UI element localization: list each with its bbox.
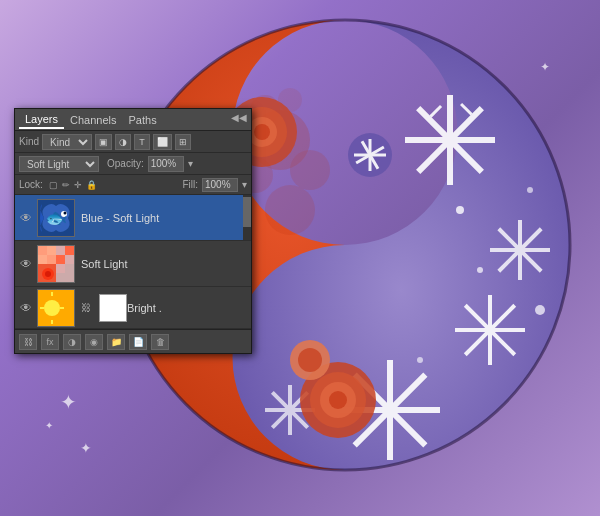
layer-mask-3	[99, 294, 127, 322]
svg-point-35	[535, 305, 545, 315]
fill-input[interactable]	[202, 178, 238, 192]
svg-point-67	[45, 271, 51, 277]
mask-button[interactable]: ◑	[63, 334, 81, 350]
layer-thumb-3	[37, 289, 75, 327]
svg-rect-64	[65, 255, 74, 264]
layer-name-1: Blue - Soft Light	[81, 212, 249, 224]
adjustment-button[interactable]: ◉	[85, 334, 103, 350]
svg-point-56	[64, 211, 67, 214]
lock-brush-icon[interactable]: ✏	[62, 180, 70, 190]
svg-point-3	[290, 150, 330, 190]
layers-panel: Layers Channels Paths ◀◀ Kind Kind ▣ ◑ T…	[14, 108, 252, 354]
eye-icon-1[interactable]: 👁	[17, 209, 35, 227]
eye-icon-3[interactable]: 👁	[17, 299, 35, 317]
icon-smart[interactable]: ⊞	[175, 134, 191, 150]
tab-channels[interactable]: Channels	[64, 112, 122, 128]
svg-point-34	[527, 187, 533, 193]
svg-point-32	[456, 206, 464, 214]
opacity-dropdown-icon[interactable]: ▾	[188, 158, 193, 169]
fx-button[interactable]: fx	[41, 334, 59, 350]
svg-rect-18	[429, 105, 442, 118]
sparkle-1: ✦	[60, 390, 77, 414]
fill-dropdown-icon[interactable]: ▾	[242, 179, 247, 190]
svg-point-36	[417, 357, 423, 363]
sparkle-3: ✦	[45, 420, 53, 431]
svg-rect-63	[56, 246, 65, 255]
blend-mode-dropdown[interactable]: Soft Light Normal Multiply	[19, 156, 99, 172]
lock-row: Lock: ▢ ✏ ✛ 🔒 Fill: ▾	[15, 175, 251, 195]
opacity-label: Opacity:	[107, 158, 144, 169]
layer-thumb-2	[37, 245, 75, 283]
group-button[interactable]: 📁	[107, 334, 125, 350]
svg-point-12	[254, 124, 270, 140]
svg-point-5	[265, 185, 315, 235]
svg-point-33	[477, 267, 483, 273]
tab-paths[interactable]: Paths	[123, 112, 163, 128]
layer-row-soft-light[interactable]: 👁 Soft	[15, 241, 251, 287]
svg-point-55	[61, 211, 67, 217]
layer-name-3: Bright .	[127, 302, 249, 314]
scroll-thumb-1[interactable]	[243, 197, 251, 227]
layer-row-bright[interactable]: 👁 ⛓ Bright .	[15, 287, 251, 329]
icon-adjust[interactable]: ◑	[115, 134, 131, 150]
svg-point-69	[44, 300, 60, 316]
opacity-input[interactable]	[148, 156, 184, 172]
link-layers-button[interactable]: ⛓	[19, 334, 37, 350]
lock-all-icon[interactable]: 🔒	[86, 180, 97, 190]
lock-move-icon[interactable]: ✛	[74, 180, 82, 190]
eye-icon-2[interactable]: 👁	[17, 255, 35, 273]
kind-dropdown[interactable]: Kind	[42, 134, 92, 150]
sparkle-2: ✦	[80, 440, 92, 456]
icon-shape[interactable]: ⬜	[153, 134, 172, 150]
svg-rect-61	[38, 246, 47, 255]
delete-layer-button[interactable]: 🗑	[151, 334, 169, 350]
new-layer-button[interactable]: 📄	[129, 334, 147, 350]
collapse-button[interactable]: ◀◀	[231, 112, 247, 123]
svg-point-31	[384, 404, 396, 416]
layer-name-2: Soft Light	[81, 258, 249, 270]
lock-transparent-icon[interactable]: ▢	[49, 180, 58, 190]
icon-pixel[interactable]: ▣	[95, 134, 112, 150]
lock-label: Lock:	[19, 179, 43, 190]
fill-label: Fill:	[182, 179, 198, 190]
icon-text[interactable]: T	[134, 134, 150, 150]
kind-toolbar: Kind Kind ▣ ◑ T ⬜ ⊞	[15, 131, 251, 153]
svg-point-44	[329, 391, 347, 409]
panel-header: Layers Channels Paths ◀◀	[15, 109, 251, 131]
tab-layers[interactable]: Layers	[19, 111, 64, 129]
svg-rect-62	[47, 255, 56, 264]
svg-point-51	[298, 348, 322, 372]
layers-list: 👁 Blue - Soft Light	[15, 195, 251, 329]
layer-thumb-1	[37, 199, 75, 237]
link-icon-3: ⛓	[81, 302, 93, 313]
scrollbar-1[interactable]	[243, 195, 251, 240]
blend-row: Soft Light Normal Multiply Opacity: ▾	[15, 153, 251, 175]
svg-rect-65	[56, 264, 65, 273]
bottom-toolbar: ⛓ fx ◑ ◉ 📁 📄 🗑	[15, 329, 251, 353]
kind-label: Kind	[19, 136, 39, 147]
layer-row-blue-soft-light[interactable]: 👁 Blue - Soft Light	[15, 195, 251, 241]
